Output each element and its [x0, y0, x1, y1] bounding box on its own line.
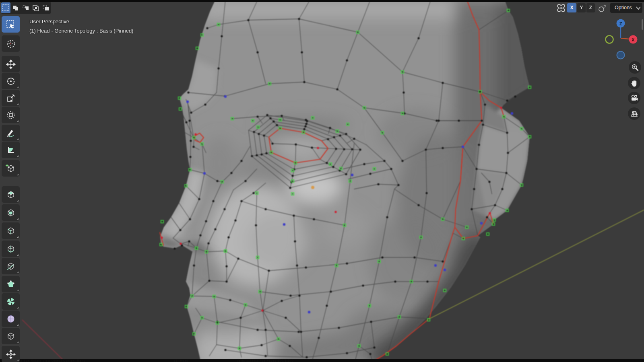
svg-text:X: X: [632, 37, 635, 42]
svg-text:Z: Z: [619, 21, 622, 26]
